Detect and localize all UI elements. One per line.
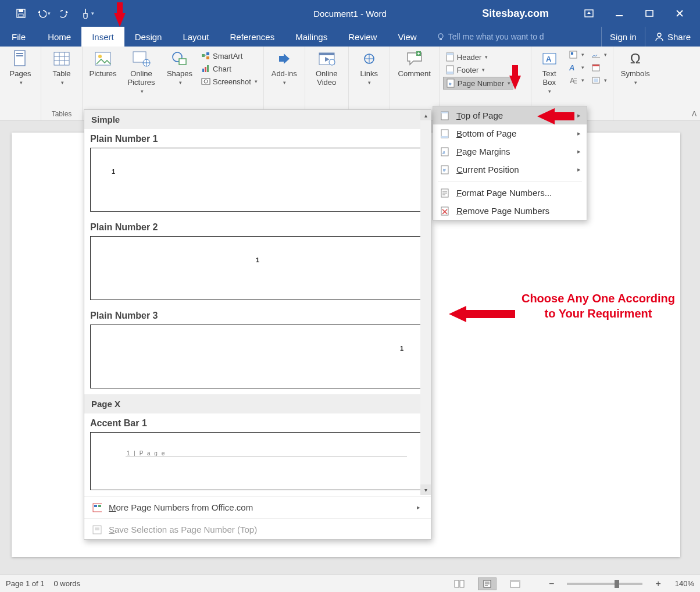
menu-remove-page-numbers[interactable]: Remove Page Numbers xyxy=(433,202,587,220)
gallery-item-plain1[interactable]: 1 xyxy=(90,148,425,212)
scroll-down-icon[interactable]: ▾ xyxy=(420,484,431,495)
status-words[interactable]: 0 words xyxy=(54,579,81,588)
undo-icon[interactable]: ▾ xyxy=(33,5,53,22)
pictures-label: Pictures xyxy=(90,70,117,79)
zoom-knob[interactable] xyxy=(615,580,619,588)
minimize-icon[interactable] xyxy=(606,5,633,22)
page-top-icon xyxy=(440,111,449,120)
title-bar: ▾ ▾ Document1 - Word Sitesbay.com xyxy=(0,0,700,27)
footer-button[interactable]: Footer▾ xyxy=(443,64,513,76)
zoom-in-icon[interactable]: + xyxy=(655,579,660,589)
tab-design[interactable]: Design xyxy=(124,27,173,47)
gallery-item-accent1-title: Accent Bar 1 xyxy=(84,413,431,432)
gallery-item-accent1[interactable]: 1 | P a g e xyxy=(90,432,425,490)
screenshot-icon xyxy=(201,77,210,86)
object-button[interactable]: ▾ xyxy=(589,74,609,86)
tab-layout[interactable]: Layout xyxy=(172,27,219,47)
view-web-layout-icon[interactable] xyxy=(506,577,524,590)
ribbon-display-icon[interactable] xyxy=(576,5,602,22)
text-box-label: Text Box xyxy=(536,70,563,87)
gallery-item-plain2-title: Plain Number 2 xyxy=(84,217,431,236)
zoom-slider[interactable] xyxy=(567,583,642,585)
scroll-up-icon[interactable]: ▴ xyxy=(420,110,431,120)
symbols-button[interactable]: ΩSymbols▾ xyxy=(617,48,654,87)
gallery-scrollbar[interactable]: ▴ ▾ xyxy=(420,110,431,495)
collapse-ribbon-icon[interactable]: ᐱ xyxy=(692,110,697,118)
wordart-button[interactable]: A▾ xyxy=(566,62,587,73)
drop-cap-button[interactable]: A▾ xyxy=(566,74,587,86)
view-print-layout-icon[interactable] xyxy=(478,577,497,590)
quick-parts-button[interactable]: ▾ xyxy=(566,49,587,60)
illustrations-stack: SmartArt Chart Screenshot▾ xyxy=(199,48,260,87)
pictures-button[interactable]: Pictures xyxy=(86,48,120,80)
svg-rect-35 xyxy=(447,72,453,74)
svg-rect-7 xyxy=(440,38,442,40)
online-pictures-label: Online Pictures xyxy=(123,70,159,87)
maximize-icon[interactable] xyxy=(636,5,663,22)
annotation-arrow-top-of-page xyxy=(537,108,574,124)
gallery-item-plain3[interactable]: 1 xyxy=(90,324,425,388)
svg-rect-59 xyxy=(94,505,97,507)
chart-button[interactable]: Chart xyxy=(199,63,260,74)
svg-rect-51 xyxy=(441,136,448,138)
tab-home[interactable]: Home xyxy=(37,27,81,47)
svg-rect-10 xyxy=(16,53,23,54)
close-icon[interactable] xyxy=(666,5,693,22)
gallery-section-simple: Simple xyxy=(84,110,431,129)
gallery-more-office[interactable]: More Page Numbers from Office.com ▸ xyxy=(84,496,431,518)
header-button[interactable]: Header▾ xyxy=(443,51,513,63)
tab-insert[interactable]: Insert xyxy=(81,27,124,47)
signature-icon xyxy=(591,50,601,59)
tab-references[interactable]: References xyxy=(219,27,285,47)
tab-mailings[interactable]: Mailings xyxy=(285,27,338,47)
signature-line-button[interactable]: ▾ xyxy=(589,49,609,60)
tell-me-box[interactable]: Tell me what you want to d xyxy=(427,27,601,47)
share-button[interactable]: Share xyxy=(645,27,700,47)
addins-button[interactable]: Add-ins▾ xyxy=(267,48,301,87)
save-icon[interactable] xyxy=(10,5,31,22)
pages-button[interactable]: Pages▾ xyxy=(3,48,37,87)
screenshot-button[interactable]: Screenshot▾ xyxy=(199,76,260,87)
chevron-right-icon: ▸ xyxy=(577,148,581,155)
gallery-item-plain1-title: Plain Number 1 xyxy=(84,129,431,148)
online-pictures-button[interactable]: Online Pictures▾ xyxy=(122,48,160,95)
menu-current-position[interactable]: # Current Position ▸ xyxy=(433,161,587,179)
person-icon xyxy=(655,32,664,41)
tab-view[interactable]: View xyxy=(387,27,427,47)
date-time-button[interactable] xyxy=(589,62,609,73)
chevron-right-icon: ▸ xyxy=(417,504,420,511)
addins-icon xyxy=(274,49,294,69)
page-icon xyxy=(10,49,30,69)
touch-mode-icon[interactable]: ▾ xyxy=(77,5,98,22)
share-label: Share xyxy=(667,32,691,42)
table-button[interactable]: Table▾ xyxy=(45,48,78,87)
header-icon xyxy=(445,52,455,62)
tab-review[interactable]: Review xyxy=(338,27,387,47)
text-extra-stack2: ▾ ▾ xyxy=(589,48,609,86)
zoom-level[interactable]: 140% xyxy=(675,579,694,588)
symbols-label: Symbols xyxy=(621,70,650,79)
menu-page-margins[interactable]: # Page Margins ▸ xyxy=(433,142,587,161)
smartart-button[interactable]: SmartArt xyxy=(199,50,260,62)
svg-rect-64 xyxy=(460,580,464,587)
shapes-button[interactable]: Shapes▾ xyxy=(163,48,197,87)
menu-bottom-label: Bottom of Page xyxy=(456,129,516,138)
gallery-item-plain2[interactable]: 1 xyxy=(90,236,425,300)
zoom-out-icon[interactable]: − xyxy=(549,579,554,589)
menu-format-page-numbers[interactable]: Format Page Numbers... xyxy=(433,184,587,202)
redo-icon[interactable] xyxy=(55,5,76,22)
links-button[interactable]: Links▾ xyxy=(352,48,386,87)
comment-button[interactable]: Comment xyxy=(394,48,435,80)
view-read-mode-icon[interactable] xyxy=(450,577,469,590)
page-number-gallery: Simple Plain Number 1 1 Plain Number 2 1… xyxy=(84,109,431,540)
menu-bottom-of-page[interactable]: Bottom of Page ▸ xyxy=(433,124,587,142)
text-box-button[interactable]: AText Box▾ xyxy=(535,48,564,95)
svg-rect-41 xyxy=(571,52,573,55)
svg-rect-9 xyxy=(15,51,25,66)
tab-file[interactable]: File xyxy=(0,27,37,47)
status-page[interactable]: Page 1 of 1 xyxy=(6,579,45,588)
page-number-button[interactable]: #Page Number▾ xyxy=(443,77,513,90)
annotation-arrow-page-number xyxy=(509,65,521,90)
online-video-button[interactable]: Online Video xyxy=(309,48,345,88)
sign-in-link[interactable]: Sign in xyxy=(601,27,645,47)
